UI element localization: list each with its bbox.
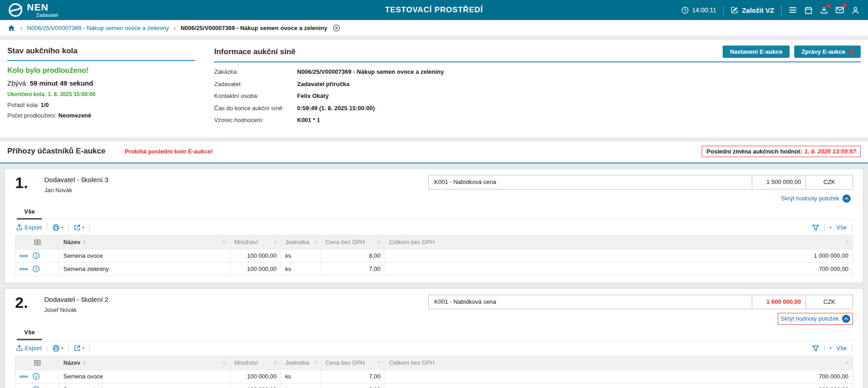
- item-unit: ks: [281, 370, 321, 383]
- auction-messages-button[interactable]: Zprávy E-aukce: [794, 46, 861, 58]
- table-row: Semena zeleniny 100 000,00 ks 7,00 700 0…: [15, 262, 853, 276]
- dropdown-caret-icon[interactable]: ▾: [82, 226, 84, 230]
- column-header-unit-price[interactable]: Cena bez DPH▽: [321, 235, 385, 249]
- last-change-box: Poslední změna aukčních hodnot:1. 8. 202…: [702, 146, 861, 157]
- dropdown-caret-icon[interactable]: ▾: [82, 347, 84, 350]
- filter-caret-icon[interactable]: ▽: [274, 240, 277, 244]
- info-icon[interactable]: [33, 373, 40, 380]
- table-toolbar: Export ▾ ▾ ▾ Vše: [15, 220, 853, 235]
- collapse-up-icon[interactable]: [842, 194, 851, 203]
- hamburger-icon: [788, 5, 797, 15]
- dropdown-caret-icon[interactable]: ▾: [62, 347, 63, 350]
- info-icon[interactable]: [33, 265, 40, 272]
- hide-values-control[interactable]: Skrýt hodnoty položek: [779, 193, 853, 204]
- hide-values-link[interactable]: Skrýt hodnoty položek: [781, 315, 839, 322]
- menu-button[interactable]: [788, 5, 797, 15]
- export-button[interactable]: Export: [16, 224, 42, 231]
- filter-caret-icon[interactable]: ▽: [223, 361, 226, 365]
- column-header-total[interactable]: Celkem bez DPH▽: [385, 235, 853, 249]
- dropdown-caret-icon: ▾: [830, 226, 832, 230]
- item-unit: ks: [281, 383, 321, 388]
- participant-rank: 1.: [15, 175, 44, 190]
- filter-caret-icon[interactable]: ▽: [314, 240, 317, 244]
- items-table: Název↑ ▽ Množství▽ Jednotka▽ Cena bez DP…: [15, 356, 853, 388]
- table-row: Semena zeleniny 100 000,00 ks 9,00 900 0…: [15, 383, 853, 388]
- downloads-button[interactable]: [820, 6, 828, 15]
- view-dropdown[interactable]: ▾: [830, 226, 832, 230]
- environment-title: TESTOVACÍ PROSTŘEDÍ: [385, 5, 483, 15]
- table-grid-icon[interactable]: [34, 359, 41, 367]
- filter-caret-icon[interactable]: ▽: [378, 361, 380, 365]
- table-grid-icon[interactable]: [34, 239, 41, 246]
- filter-button[interactable]: [812, 224, 819, 231]
- share-icon: [74, 224, 81, 231]
- filter-caret-icon[interactable]: ▽: [846, 361, 848, 365]
- show-all-link[interactable]: Vše: [837, 345, 847, 352]
- profile-button[interactable]: [851, 6, 860, 15]
- auction-settings-button[interactable]: Nastavení E-aukce: [723, 46, 790, 58]
- server-time: 14:00:11: [681, 6, 716, 14]
- column-header-quantity[interactable]: Množství▽: [230, 235, 281, 249]
- filter-caret-icon[interactable]: ▽: [223, 240, 226, 244]
- column-settings-header[interactable]: [15, 356, 59, 370]
- app-logo[interactable]: NEN Zadavatel: [8, 2, 58, 18]
- breadcrumb-parent-link[interactable]: N006/25/V00007369 - Nákup semen ovoce a …: [27, 25, 169, 31]
- brand-role: Zadavatel: [36, 13, 58, 18]
- separator: [852, 345, 852, 352]
- auction-overview: Stav aukčního kola Kolo bylo prodlouženo…: [0, 40, 868, 138]
- tab-all[interactable]: Vše: [17, 327, 42, 340]
- bids-title: Příhozy účastníků E-aukce: [7, 147, 105, 156]
- row-actions-icon[interactable]: [20, 267, 28, 271]
- item-quantity: 100 000,00: [230, 249, 281, 262]
- info-icon[interactable]: [33, 252, 40, 259]
- export-button[interactable]: Export: [16, 345, 42, 352]
- collapse-up-icon[interactable]: [842, 315, 850, 323]
- dropdown-caret-icon[interactable]: ▾: [62, 226, 63, 230]
- column-header-name[interactable]: Název↑ ▽: [59, 235, 230, 249]
- hide-values-control[interactable]: Skrýt hodnoty položek: [778, 313, 853, 325]
- participant-card: 1. Dodavatel - školení 3 Jan Novák K001 …: [5, 168, 863, 283]
- filter-caret-icon[interactable]: ▽: [274, 361, 277, 365]
- column-header-quantity[interactable]: Množství▽: [230, 356, 281, 370]
- print-button[interactable]: ▾: [52, 345, 63, 352]
- column-header-name[interactable]: Název↑ ▽: [59, 356, 230, 370]
- share-export-button[interactable]: ▾: [74, 224, 84, 231]
- calendar-button[interactable]: [804, 6, 813, 15]
- hide-values-link[interactable]: Skrýt hodnoty položek: [781, 195, 839, 202]
- separator: [47, 224, 47, 231]
- filter-button[interactable]: [812, 345, 819, 352]
- tab-all[interactable]: Vše: [17, 206, 42, 220]
- row-actions-icon[interactable]: [20, 375, 28, 378]
- breadcrumb: › N006/25/V00007369 - Nákup semen ovoce …: [0, 20, 868, 36]
- filter-caret-icon[interactable]: ▽: [314, 361, 317, 365]
- show-all-link[interactable]: Vše: [837, 224, 847, 231]
- share-export-button[interactable]: ▾: [74, 345, 84, 352]
- bid-value: 1 600 000,00: [752, 295, 806, 309]
- row-actions-icon[interactable]: [20, 254, 28, 258]
- create-vz-button[interactable]: Založit VZ: [730, 6, 774, 14]
- separator: [723, 5, 724, 15]
- print-button[interactable]: ▾: [52, 224, 63, 231]
- table-header-row: Název↑ ▽ Množství▽ Jednotka▽ Cena bez DP…: [15, 356, 853, 370]
- bid-criterion-label: K001 - Nabídková cena: [429, 295, 752, 309]
- bid-currency: CZK: [806, 175, 853, 189]
- column-header-unit-price[interactable]: Cena bez DPH▽: [321, 356, 385, 370]
- messages-button[interactable]: [835, 5, 844, 15]
- column-settings-header[interactable]: [15, 235, 59, 249]
- info-icon[interactable]: [33, 386, 40, 388]
- column-header-total[interactable]: Celkem bez DPH▽: [385, 356, 853, 370]
- column-header-unit[interactable]: Jednotka▽: [281, 356, 321, 370]
- filter-caret-icon[interactable]: ▽: [846, 240, 848, 244]
- separator: [781, 5, 781, 15]
- table-row: Semena ovoce 100 000,00 ks 7,00 700 000,…: [15, 370, 853, 383]
- close-tab-icon[interactable]: [333, 24, 340, 32]
- filter-caret-icon[interactable]: ▽: [378, 240, 380, 244]
- notification-dot: [849, 50, 853, 54]
- info-panel-title: Informace aukční síně: [214, 47, 296, 56]
- sort-asc-icon: ↑: [83, 239, 86, 245]
- column-header-unit[interactable]: Jednotka▽: [281, 235, 321, 249]
- home-icon[interactable]: [7, 24, 15, 32]
- view-dropdown[interactable]: ▾: [830, 347, 832, 350]
- participant-company: Dodavatel - školení 2: [44, 296, 108, 303]
- item-total: 900 000,00: [385, 383, 853, 388]
